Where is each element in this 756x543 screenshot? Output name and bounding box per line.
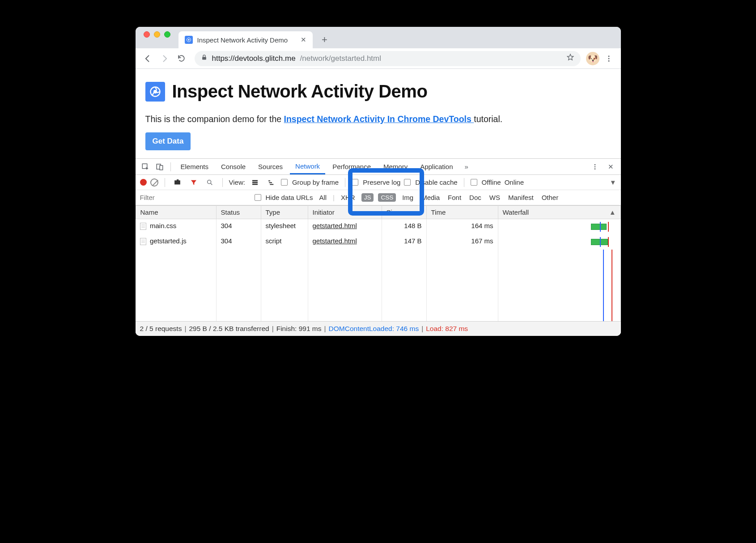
col-status[interactable]: Status [216, 206, 261, 219]
tab-elements[interactable]: Elements [175, 159, 214, 174]
waterfall-bar [503, 237, 616, 247]
filter-other[interactable]: Other [540, 193, 561, 202]
file-icon [140, 238, 146, 245]
waterfall-bar [503, 222, 616, 232]
offline-checkbox[interactable]: Offline [471, 178, 501, 186]
request-status: 304 [216, 234, 261, 250]
request-name: getstarted.js [150, 237, 187, 245]
svg-point-3 [608, 55, 609, 57]
preserve-log-checkbox[interactable]: Preserve log [352, 178, 400, 186]
intro-text-pre: This is the companion demo for the [145, 114, 284, 124]
menu-button[interactable] [601, 51, 616, 66]
status-requests: 2 / 5 requests [140, 325, 182, 333]
col-waterfall[interactable]: Waterfall▲ [498, 206, 620, 219]
favicon-icon [185, 36, 193, 44]
request-time: 164 ms [426, 219, 498, 235]
svg-rect-20 [268, 180, 270, 181]
svg-point-4 [608, 58, 609, 59]
disable-cache-checkbox[interactable]: Disable cache [404, 178, 457, 186]
filter-xhr[interactable]: XHR [339, 193, 357, 202]
devtools-close-icon[interactable]: ✕ [605, 161, 617, 173]
table-row[interactable]: main.css 304 stylesheet getstarted.html … [136, 219, 620, 235]
svg-rect-2 [202, 57, 206, 59]
svg-point-12 [594, 166, 595, 167]
table-header-row: Name Status Type Initiator Size Time Wat… [136, 206, 620, 219]
filter-media[interactable]: Media [420, 193, 442, 202]
new-tab-button[interactable]: + [317, 32, 332, 47]
device-toolbar-icon[interactable] [153, 161, 166, 173]
svg-rect-21 [269, 182, 272, 183]
forward-button[interactable] [157, 51, 172, 66]
filter-doc[interactable]: Doc [467, 193, 483, 202]
profile-avatar[interactable]: 🐶 [586, 52, 599, 65]
devtools-menu-icon[interactable] [589, 161, 601, 173]
network-filter-bar: Hide data URLs All | XHR JS CSS Img Medi… [136, 190, 621, 205]
filter-input[interactable] [138, 192, 250, 203]
page-intro: This is the companion demo for the Inspe… [145, 114, 611, 124]
svg-point-1 [188, 39, 190, 41]
svg-point-16 [207, 180, 211, 183]
browser-tab[interactable]: Inspect Network Activity Demo ✕ [178, 31, 313, 48]
request-status: 304 [216, 219, 261, 235]
col-initiator[interactable]: Initiator [308, 206, 382, 219]
request-time: 167 ms [426, 234, 498, 250]
tab-title: Inspect Network Activity Demo [197, 36, 288, 44]
search-icon[interactable] [204, 176, 216, 189]
capture-screenshot-icon[interactable] [171, 176, 184, 189]
more-tabs-icon[interactable]: » [460, 161, 473, 173]
page-content: Inspect Network Activity Demo This is th… [136, 69, 621, 158]
network-status-bar: 2 / 5 requests | 295 B / 2.5 KB transfer… [136, 321, 621, 336]
filter-ws[interactable]: WS [488, 193, 502, 202]
tab-application[interactable]: Application [415, 159, 458, 174]
reload-button[interactable] [174, 51, 189, 66]
tab-network[interactable]: Network [290, 159, 325, 174]
inspect-element-icon[interactable] [139, 161, 152, 173]
request-initiator[interactable]: getstarted.html [313, 222, 357, 229]
record-button[interactable] [140, 179, 147, 186]
request-initiator[interactable]: getstarted.html [313, 237, 357, 245]
devtools-panel: Elements Console Sources Network Perform… [136, 158, 621, 336]
svg-rect-15 [177, 179, 178, 181]
clear-button[interactable] [150, 178, 158, 187]
back-button[interactable] [140, 51, 155, 66]
get-data-button[interactable]: Get Data [145, 132, 191, 150]
address-bar[interactable]: https://devtools.glitch.me/network/getst… [195, 51, 581, 66]
filter-font[interactable]: Font [446, 193, 463, 202]
svg-rect-14 [174, 180, 180, 184]
svg-point-11 [594, 164, 595, 165]
lock-icon [201, 54, 208, 63]
tab-sources[interactable]: Sources [253, 159, 288, 174]
online-select[interactable]: Online [505, 178, 524, 186]
filter-toggle-icon[interactable] [187, 176, 200, 189]
filter-js[interactable]: JS [361, 193, 374, 202]
request-size: 148 B [382, 219, 426, 235]
col-type[interactable]: Type [261, 206, 308, 219]
filter-all[interactable]: All [317, 193, 328, 202]
tab-performance[interactable]: Performance [327, 159, 376, 174]
filter-img[interactable]: Img [400, 193, 415, 202]
tab-memory[interactable]: Memory [378, 159, 413, 174]
maximize-window-button[interactable] [164, 31, 170, 38]
toolbar-expand-icon[interactable]: ▼ [610, 178, 616, 186]
minimize-window-button[interactable] [154, 31, 160, 38]
browser-window: Inspect Network Activity Demo ✕ + https:… [136, 27, 621, 336]
group-by-frame-checkbox[interactable]: Group by frame [281, 178, 339, 186]
request-type: stylesheet [261, 219, 308, 235]
page-logo-icon [145, 82, 165, 102]
tutorial-link[interactable]: Inspect Network Activity In Chrome DevTo… [284, 114, 474, 124]
hide-data-urls-checkbox[interactable]: Hide data URLs [255, 194, 313, 201]
tab-console[interactable]: Console [216, 159, 251, 174]
close-tab-button[interactable]: ✕ [301, 36, 306, 44]
table-row[interactable]: getstarted.js 304 script getstarted.html… [136, 234, 620, 250]
col-name[interactable]: Name [136, 206, 216, 219]
col-size[interactable]: Size [382, 206, 426, 219]
large-rows-icon[interactable] [249, 176, 261, 189]
url-host: https://devtools.glitch.me [212, 54, 296, 63]
col-time[interactable]: Time [426, 206, 498, 219]
overview-icon[interactable] [265, 176, 277, 189]
bookmark-star-icon[interactable] [566, 53, 574, 64]
filter-manifest[interactable]: Manifest [506, 193, 535, 202]
filter-css[interactable]: CSS [378, 193, 396, 202]
close-window-button[interactable] [144, 31, 150, 38]
svg-rect-10 [160, 165, 163, 170]
